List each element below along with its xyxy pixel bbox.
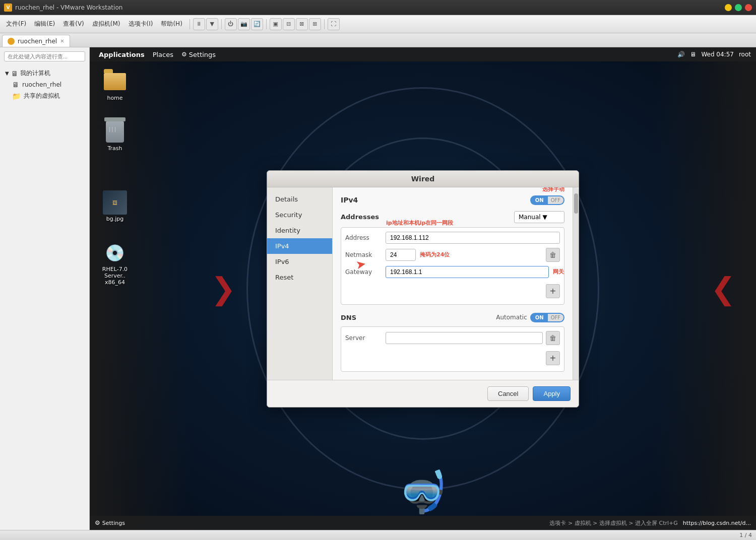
toolbar-view3[interactable]: ⊠ <box>296 18 308 30</box>
gateway-input[interactable] <box>386 266 549 278</box>
server-label: Server <box>345 334 386 342</box>
nav-reset[interactable]: Reset <box>267 269 332 285</box>
my-computer-label: 我的计算机 <box>20 69 50 78</box>
nav-ipv6[interactable]: IPv6 <box>267 254 332 269</box>
nav-ipv4[interactable]: IPv4 <box>267 238 332 254</box>
toggle-off-label: OFF <box>548 196 563 204</box>
address-form-wrapper: ip地址和本机ip在同一网段 Address <box>341 227 564 305</box>
vm1-icon: 🖥 <box>12 81 19 89</box>
dialog-content: IPv4 选择手动 ON OFF <box>333 187 573 380</box>
toolbar-power[interactable]: ⏻ <box>225 18 237 30</box>
dns-toggle-on: ON <box>531 314 548 321</box>
toggle-on-label: ON <box>531 196 548 204</box>
menu-view[interactable]: 查看(V) <box>59 18 88 30</box>
toolbar-view1[interactable]: ▣ <box>270 18 282 30</box>
vmware-icon: V <box>4 4 12 12</box>
minimize-button[interactable] <box>725 4 732 11</box>
vm1-label: ruochen_rhel <box>22 81 61 88</box>
menu-file[interactable]: 文件(F) <box>2 18 30 30</box>
nav-details[interactable]: Details <box>267 191 332 207</box>
address-row: Address <box>345 232 560 244</box>
netmask-input[interactable] <box>386 249 416 261</box>
dns-section: DNS Automatic ON OFF <box>341 313 564 372</box>
toolbar-pause[interactable]: ⏸ <box>193 18 205 30</box>
toolbar-separator-1 <box>190 19 190 29</box>
method-dropdown[interactable]: Manual ▼ <box>514 211 564 223</box>
vmware-title: ruochen_rhel - VMware Workstation <box>15 4 725 11</box>
dns-toggle[interactable]: ON OFF <box>530 313 564 322</box>
toolbar-view2[interactable]: ⊟ <box>283 18 295 30</box>
ipv4-toggle-area: 选择手动 ON OFF <box>530 195 564 205</box>
dropdown-arrow: ▼ <box>543 214 547 221</box>
addresses-header: Addresses Manual ▼ <box>341 211 564 223</box>
dialog-content-area: IPv4 选择手动 ON OFF <box>333 187 579 380</box>
menu-vm[interactable]: 虚拟机(M) <box>88 18 124 30</box>
expand-arrow: ▼ <box>5 71 9 76</box>
vm2-label: 共享的虚拟机 <box>24 92 60 100</box>
server-input[interactable] <box>386 332 543 344</box>
menu-edit[interactable]: 编辑(E) <box>30 18 59 30</box>
toolbar-snapshot1[interactable]: 📷 <box>238 18 250 30</box>
addresses-section: Addresses Manual ▼ ip地址和本机ip在同一网段 <box>341 211 564 305</box>
sidebar-item-vm1[interactable]: 🖥 ruochen_rhel <box>2 79 87 90</box>
computer-icon: 🖥 <box>11 70 18 78</box>
close-button[interactable] <box>745 4 752 11</box>
menu-help[interactable]: 帮助(H) <box>157 18 186 30</box>
method-value: Manual <box>519 214 541 221</box>
address-form: Address Netmask 掩码为24位 � <box>341 227 564 305</box>
my-computer-section: ▼ 🖥 我的计算机 🖥 ruochen_rhel 📁 共享的虚拟机 <box>2 68 87 102</box>
wired-dialog: Wired Details Security Identity IPv4 IPv… <box>267 170 579 408</box>
scrollbar-track[interactable] <box>573 187 579 380</box>
ipv4-header: IPv4 选择手动 ON OFF <box>341 195 564 205</box>
dialog-overlay: Wired Details Security Identity IPv4 IPv… <box>90 47 756 530</box>
toolbar-separator-3 <box>266 19 267 29</box>
toolbar-separator-2 <box>221 19 222 29</box>
address-label: Address <box>345 234 386 241</box>
vm-tab[interactable]: ruochen_rhel ✕ <box>2 35 70 47</box>
add-address-area: + <box>345 282 560 300</box>
sidebar-item-vm2[interactable]: 📁 共享的虚拟机 <box>2 90 87 102</box>
window-controls <box>725 4 752 11</box>
automatic-label: Automatic <box>496 314 527 321</box>
tab-close-btn[interactable]: ✕ <box>60 38 64 44</box>
toolbar-view4[interactable]: ⊞ <box>309 18 321 30</box>
toolbar-fullscreen[interactable]: ⛶ <box>328 18 340 30</box>
dns-toggle-off: OFF <box>548 314 563 321</box>
toolbar-snapshot2[interactable]: 🔄 <box>251 18 263 30</box>
dns-automatic-area: Automatic ON OFF <box>496 313 564 322</box>
ipv4-title: IPv4 <box>341 196 358 204</box>
search-input[interactable] <box>4 51 85 61</box>
ipv4-toggle[interactable]: ON OFF <box>530 195 564 205</box>
vmware-titlebar: V ruochen_rhel - VMware Workstation <box>0 0 756 15</box>
annotation-select: 选择手动 <box>542 187 564 193</box>
address-input[interactable] <box>386 232 560 244</box>
nav-security[interactable]: Security <box>267 207 332 223</box>
menu-tab[interactable]: 选项卡(I) <box>124 18 157 30</box>
my-computer-header[interactable]: ▼ 🖥 我的计算机 <box>2 68 87 79</box>
nav-identity[interactable]: Identity <box>267 223 332 238</box>
tab-label: ruochen_rhel <box>18 38 57 45</box>
toolbar-dropdown[interactable]: ▼ <box>206 18 218 30</box>
gateway-row: Gateway 网关 <box>345 266 560 278</box>
vmware-toolbar: 文件(F) 编辑(E) 查看(V) 虚拟机(M) 选项卡(I) 帮助(H) ⏸ … <box>0 15 756 33</box>
dialog-title: Wired <box>267 171 579 187</box>
netmask-delete-btn[interactable]: 🗑 <box>546 248 560 262</box>
dialog-nav: Details Security Identity IPv4 IPv6 Rese… <box>267 187 333 380</box>
vmware-statusbar: 1 / 4 <box>0 530 756 540</box>
dns-label: DNS <box>341 314 356 321</box>
cancel-button[interactable]: Cancel <box>487 386 529 401</box>
scrollbar-thumb[interactable] <box>574 193 578 214</box>
vm2-icon: 📁 <box>12 92 21 100</box>
add-dns-btn[interactable]: + <box>546 351 560 365</box>
add-dns-area: + <box>345 349 560 367</box>
annotation-netmask: 掩码为24位 <box>420 251 450 258</box>
apply-button[interactable]: Apply <box>533 386 571 401</box>
add-address-btn[interactable]: + <box>546 284 560 298</box>
maximize-button[interactable] <box>735 4 742 11</box>
sidebar: ▼ 🖥 我的计算机 🖥 ruochen_rhel 📁 共享的虚拟机 <box>0 47 90 530</box>
tab-bar: ruochen_rhel ✕ <box>0 33 756 47</box>
dialog-footer: Cancel Apply <box>267 380 579 407</box>
server-delete-btn[interactable]: 🗑 <box>546 331 560 345</box>
netmask-row: Netmask 掩码为24位 🗑 <box>345 248 560 262</box>
netmask-label: Netmask <box>345 251 386 258</box>
